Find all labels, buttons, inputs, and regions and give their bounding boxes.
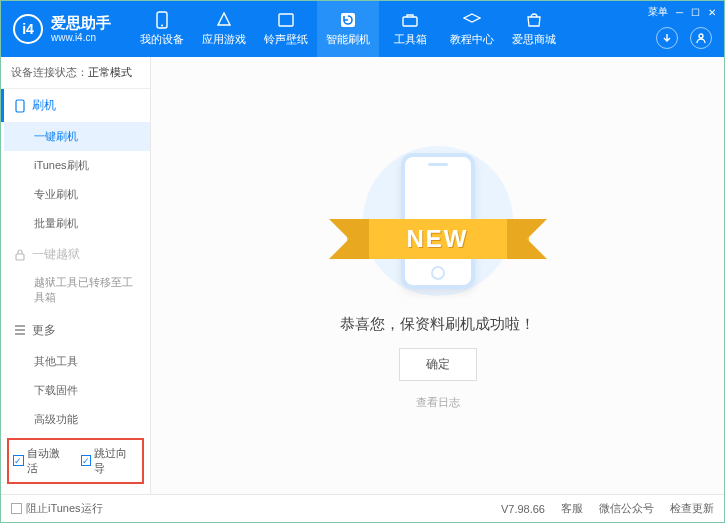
store-icon — [525, 11, 543, 29]
nav-toolbox[interactable]: 工具箱 — [379, 1, 441, 57]
close-icon[interactable]: ✕ — [708, 7, 716, 18]
top-nav: 我的设备 应用游戏 铃声壁纸 智能刷机 工具箱 教程中心 — [131, 1, 565, 57]
sidebar-item-pro[interactable]: 专业刷机 — [4, 180, 150, 209]
svg-rect-7 — [16, 254, 24, 260]
sidebar-item-oneclick[interactable]: 一键刷机 — [4, 122, 150, 151]
nav-label: 铃声壁纸 — [264, 32, 308, 47]
check-icon: ✓ — [81, 455, 92, 466]
svg-rect-6 — [16, 100, 24, 112]
nav-apps[interactable]: 应用游戏 — [193, 1, 255, 57]
section-flash[interactable]: 刷机 — [1, 89, 150, 122]
download-button[interactable] — [656, 27, 678, 49]
nav-my-device[interactable]: 我的设备 — [131, 1, 193, 57]
app-window: i4 爱思助手 www.i4.cn 我的设备 应用游戏 铃声壁纸 智能刷机 — [0, 0, 725, 523]
list-icon — [14, 325, 26, 335]
section-jailbreak[interactable]: 一键越狱 — [4, 238, 150, 271]
service-link[interactable]: 客服 — [561, 501, 583, 516]
svg-rect-4 — [403, 17, 417, 26]
app-title: 爱思助手 — [51, 14, 111, 32]
graduation-icon — [463, 11, 481, 29]
phone-icon — [153, 11, 171, 29]
nav-label: 应用游戏 — [202, 32, 246, 47]
sidebar: 设备连接状态：正常模式 刷机 一键刷机 iTunes刷机 专业刷机 批量刷机 一… — [1, 57, 151, 494]
check-icon: ✓ — [13, 455, 24, 466]
nav-label: 智能刷机 — [326, 32, 370, 47]
sidebar-item-itunes[interactable]: iTunes刷机 — [4, 151, 150, 180]
apps-icon — [215, 11, 233, 29]
nav-label: 教程中心 — [450, 32, 494, 47]
checkbox-icon — [11, 503, 22, 514]
jailbreak-note: 越狱工具已转移至工具箱 — [4, 271, 150, 314]
wechat-link[interactable]: 微信公众号 — [599, 501, 654, 516]
phone-small-icon — [14, 99, 26, 113]
toolbox-icon — [401, 11, 419, 29]
minimize-icon[interactable]: ─ — [676, 7, 683, 18]
nav-tutorials[interactable]: 教程中心 — [441, 1, 503, 57]
ok-button[interactable]: 确定 — [399, 348, 477, 381]
svg-point-5 — [699, 34, 703, 38]
sidebar-item-advanced[interactable]: 高级功能 — [4, 405, 150, 434]
options-highlight: ✓ 自动激活 ✓ 跳过向导 — [7, 438, 144, 484]
maximize-icon[interactable]: ☐ — [691, 7, 700, 18]
logo-icon: i4 — [13, 14, 43, 44]
sidebar-item-batch[interactable]: 批量刷机 — [4, 209, 150, 238]
nav-store[interactable]: 爱思商城 — [503, 1, 565, 57]
checkbox-auto-activate[interactable]: ✓ 自动激活 — [13, 446, 71, 476]
refresh-icon — [339, 11, 357, 29]
nav-label: 工具箱 — [394, 32, 427, 47]
lock-icon — [14, 249, 26, 261]
connection-status: 设备连接状态：正常模式 — [1, 57, 150, 89]
version-label: V7.98.66 — [501, 503, 545, 515]
nav-label: 我的设备 — [140, 32, 184, 47]
success-message: 恭喜您，保资料刷机成功啦！ — [340, 315, 535, 334]
wallpaper-icon — [277, 11, 295, 29]
svg-point-1 — [161, 25, 163, 27]
sidebar-item-download[interactable]: 下载固件 — [4, 376, 150, 405]
header: i4 爱思助手 www.i4.cn 我的设备 应用游戏 铃声壁纸 智能刷机 — [1, 1, 724, 57]
success-illustration: NEW — [353, 141, 523, 301]
menu-label[interactable]: 菜单 — [648, 5, 668, 19]
main-content: NEW 恭喜您，保资料刷机成功啦！ 确定 查看日志 — [151, 57, 724, 494]
checkbox-block-itunes[interactable]: 阻止iTunes运行 — [11, 501, 103, 516]
section-more[interactable]: 更多 — [4, 314, 150, 347]
svg-rect-2 — [279, 14, 293, 26]
sidebar-item-other[interactable]: 其他工具 — [4, 347, 150, 376]
checkbox-skip-guide[interactable]: ✓ 跳过向导 — [81, 446, 139, 476]
window-controls: 菜单 ─ ☐ ✕ — [648, 5, 716, 19]
user-button[interactable] — [690, 27, 712, 49]
nav-flash[interactable]: 智能刷机 — [317, 1, 379, 57]
update-link[interactable]: 检查更新 — [670, 501, 714, 516]
new-ribbon: NEW — [347, 219, 529, 259]
nav-label: 爱思商城 — [512, 32, 556, 47]
app-url: www.i4.cn — [51, 32, 111, 44]
footer: 阻止iTunes运行 V7.98.66 客服 微信公众号 检查更新 — [1, 494, 724, 522]
nav-ringtones[interactable]: 铃声壁纸 — [255, 1, 317, 57]
view-log-link[interactable]: 查看日志 — [416, 395, 460, 410]
logo: i4 爱思助手 www.i4.cn — [1, 14, 131, 44]
